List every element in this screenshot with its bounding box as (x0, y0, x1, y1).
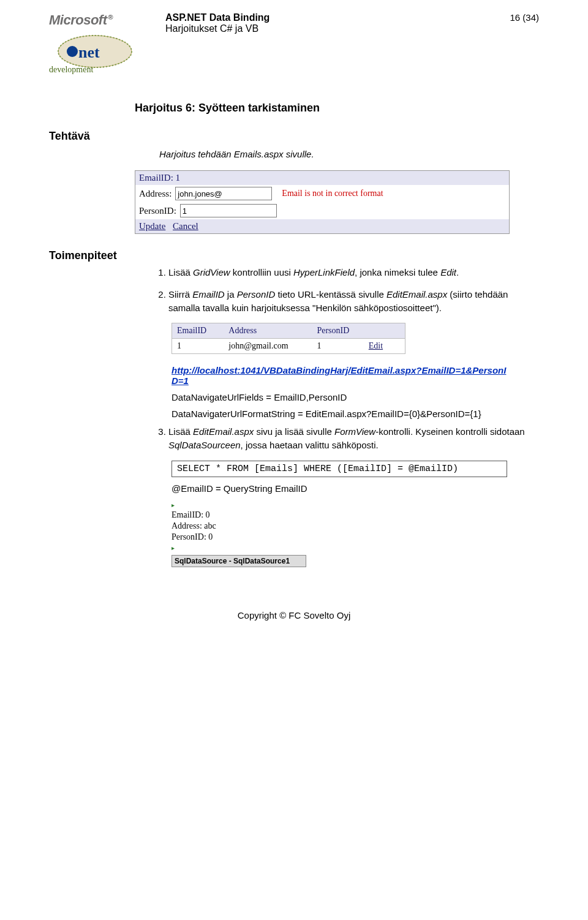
fv-address-label: Address: (139, 189, 172, 199)
grid-header-personid: PersonID (312, 323, 363, 338)
dotnet-logo-icon: net development (49, 32, 141, 75)
t: EditEmail.aspx (386, 289, 447, 300)
grid-header-emailid: EmailID (172, 323, 224, 338)
fv-footer: Update Cancel (135, 219, 509, 233)
querystring-note: @EmailID = QueryString EmailID (172, 483, 539, 494)
cancel-button[interactable]: Cancel (173, 221, 198, 231)
nav-format: DataNavigaterUrlFormatString = EditEmail… (172, 409, 539, 419)
formview-screenshot: EmailID: 1 Address: Email is not in corr… (135, 170, 510, 234)
sqldatasource-label: SqlDataSource - SqlDataSource1 (175, 557, 290, 565)
t: . (456, 267, 459, 277)
sqldatasource-control: SqlDataSource - SqlDataSource1 (172, 555, 306, 567)
t: SqlDataSourceen (168, 440, 241, 450)
t: Lisää (168, 267, 193, 277)
url-line-2: D=1 (172, 375, 189, 386)
step-3: Lisää EditEmail.aspx sivu ja lisää sivul… (168, 425, 539, 452)
grid-header-address: Address (224, 323, 312, 338)
microsoft-logo: Microsoft® (49, 12, 153, 28)
t: GridView (193, 267, 230, 277)
t: Siirrä (168, 289, 192, 300)
fv-address: Address: abc (172, 521, 343, 532)
doc-subtitle: Harjoitukset C# ja VB (165, 23, 478, 34)
grid-header: EmailID Address PersonID (172, 323, 405, 339)
cell-personid: 1 (312, 339, 363, 353)
page-number: 16 (34) (478, 12, 539, 23)
t: FormView (334, 426, 375, 437)
t: -kontrolli. Kyseinen kontrolli sidotaan (375, 426, 524, 437)
fv-personid: PersonID: 0 (172, 532, 343, 543)
fv-emailid: EmailID: 0 (172, 510, 343, 521)
personid-input[interactable] (180, 204, 277, 217)
fv-personid-label: PersonID: (139, 206, 176, 216)
t: EmailID (192, 289, 225, 300)
t: , jonka nimeksi tulee (355, 267, 440, 277)
steps-list-cont: Lisää EditEmail.aspx sivu ja lisää sivul… (135, 425, 539, 452)
fv-personid-row: PersonID: (135, 202, 509, 219)
doc-title: ASP.NET Data Binding (165, 12, 478, 23)
t: sivu ja lisää sivulle (254, 426, 334, 437)
step-1: Lisää GridView kontrolliin uusi HyperLin… (168, 266, 539, 279)
edit-link[interactable]: Edit (369, 341, 383, 350)
svg-text:development: development (49, 65, 93, 74)
t: Edit (440, 267, 456, 277)
url-example: http://localhost:1041/VBDataBindingHarj/… (172, 365, 539, 386)
table-row: 1 john@gmail.com 1 Edit (172, 339, 405, 353)
smart-tag-icon: ▸ (172, 545, 175, 551)
svg-point-2 (67, 46, 78, 57)
page-header: Microsoft® net development ASP.NET Data … (49, 12, 539, 77)
t: HyperLinkField (293, 267, 355, 277)
fv-address-row: Address: Email is not in correct format (135, 185, 509, 202)
task-note: Harjoitus tehdään Emails.aspx sivulle. (159, 149, 539, 159)
t: Lisää (168, 426, 193, 437)
header-titles: ASP.NET Data Binding Harjoitukset C# ja … (153, 12, 478, 34)
exercise-title: Harjoitus 6: Syötteen tarkistaminen (135, 102, 539, 115)
fv-emailid-row: EmailID: 1 (135, 171, 509, 185)
update-button[interactable]: Update (139, 221, 165, 231)
registered-mark: ® (108, 13, 113, 21)
address-input[interactable] (175, 187, 272, 200)
nav-fields: DataNavigateUrlFields = EmailID,PersonID (172, 392, 539, 402)
svg-text:net: net (78, 43, 100, 61)
cell-emailid: 1 (172, 339, 224, 353)
t: tieto URL-kentässä sivulle (275, 289, 386, 300)
grid-header-edit (364, 323, 405, 338)
cell-address: john@gmail.com (224, 339, 312, 353)
t: ja (225, 289, 237, 300)
logo-block: Microsoft® net development (49, 12, 153, 77)
steps-label: Toimenpiteet (49, 249, 539, 262)
steps-list: Lisää GridView kontrolliin uusi HyperLin… (135, 266, 539, 314)
step-2: Siirrä EmailID ja PersonID tieto URL-ken… (168, 288, 539, 315)
brand-text: Microsoft (49, 12, 107, 28)
formview-design-screenshot: ▸ EmailID: 0 Address: abc PersonID: 0 ▸ … (172, 500, 343, 567)
url-line-1: http://localhost:1041/VBDataBindingHarj/… (172, 365, 506, 375)
t: EditEmail.aspx (193, 426, 254, 437)
sql-query: SELECT * FROM [Emails] WHERE ([EmailID] … (172, 461, 507, 477)
t: PersonID (237, 289, 276, 300)
fv-emailid-label: EmailID: 1 (139, 173, 180, 183)
smart-tag-icon: ▸ (172, 502, 175, 508)
validation-error: Email is not in correct format (282, 189, 383, 198)
task-label: Tehtävä (49, 130, 539, 143)
gridview-screenshot: EmailID Address PersonID 1 john@gmail.co… (172, 323, 405, 354)
t: , jossa haetaan valittu sähköposti. (241, 440, 379, 450)
t: kontrolliin uusi (230, 267, 293, 277)
page-footer: Copyright © FC Sovelto Oyj (49, 610, 539, 620)
